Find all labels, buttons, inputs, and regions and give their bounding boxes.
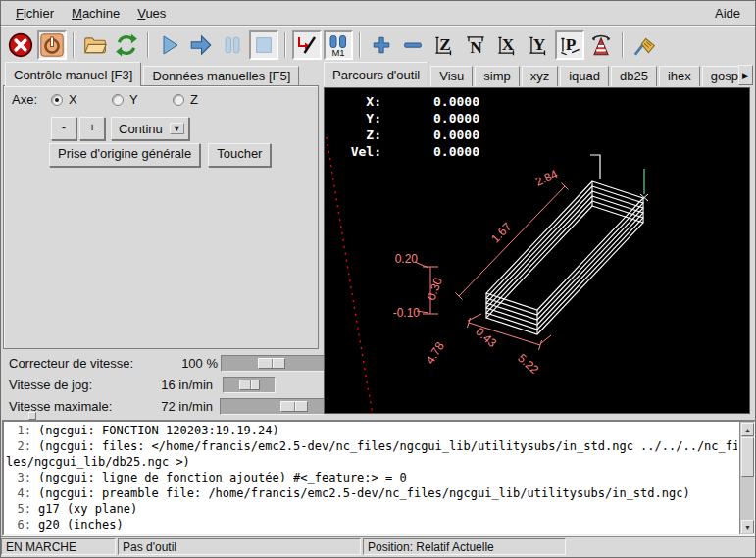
jog-plus-button[interactable]: + [79,117,105,140]
scrollbar-thumb[interactable] [741,437,754,477]
radio-z-indicator[interactable] [173,94,184,106]
gcode-line[interactable]: 7:g40 (cancel cutter radius compensation… [6,533,737,534]
menu-machine[interactable]: Machine [63,3,128,24]
reload-icon [114,32,139,58]
menubar: Fichier Machine Vues Aide [1,1,755,26]
radio-axis-z[interactable]: Z [173,92,220,107]
step-button[interactable] [186,30,216,60]
step-arrow-icon [188,32,214,58]
dim-x-start: 0.43 [473,325,499,350]
gcode-lines: 1:(ngcgui: FONCTION 120203:19.19.24) 2:(… [6,423,737,534]
pane-sash-handle[interactable] [28,412,36,420]
tab-xyz[interactable]: xyz [522,66,559,86]
gcode-scrollbar[interactable]: ▲ ▼ [739,422,754,534]
minus-icon [402,34,424,56]
skip-lines-button[interactable] [292,30,322,60]
tab-controle-manuel[interactable]: Contrôle manuel [F3] [5,62,141,86]
view-y-button[interactable]: Y [524,30,553,60]
feed-override-row: Correcteur de vitesse: 100 % [7,354,321,374]
radio-y-indicator[interactable] [112,94,124,106]
position-mode-status: Position: Relatif Actuelle [363,538,566,555]
view-z2-icon: N [463,32,488,58]
tab-donnees-manuelles[interactable]: Données manuelles [F5] [143,66,299,86]
tab-scroll-right-button[interactable]: ▶ [738,65,753,85]
gcode-line[interactable]: 1:(ngcgui: FONCTION 120203:19.19.24) [6,423,737,438]
dro-z-label: Z: [334,127,381,143]
machine-power-button[interactable] [37,30,67,60]
toolpath-preview-canvas[interactable]: 2.84 1.67 0.20 -0.10 0.30 4.78 0.43 5.22… [324,87,750,414]
view-x-button[interactable]: X [492,30,522,60]
feed-override-label: Correcteur de vitesse: [9,356,133,371]
dim-z-bottom: -0.10 [393,306,421,320]
homing-row: Prise d'origine générale Toucher [49,143,278,167]
feed-override-slider-thumb[interactable] [258,358,285,369]
toolbar: M1 Z N [1,27,755,62]
radio-x-indicator[interactable] [51,94,63,106]
gcode-listing: 1:(ngcgui: FONCTION 120203:19.19.24) 2:(… [2,420,756,536]
tab-ihex[interactable]: ihex [659,66,700,86]
gcode-line[interactable]: 4:(ngcgui: preamble file: /home/francis/… [6,485,737,501]
open-file-button[interactable] [80,30,110,60]
jog-speed-slider[interactable] [223,377,276,393]
scroll-up-icon[interactable]: ▲ [741,423,754,436]
home-all-button[interactable]: Prise d'origine générale [49,143,200,167]
stop-icon [253,34,275,56]
toolbar-separator [622,32,624,58]
radio-axis-y[interactable]: Y [112,92,159,107]
machine-limits-line [327,137,373,414]
open-folder-icon [82,32,108,58]
tab-gosper[interactable]: gosper [702,66,740,86]
reload-button[interactable] [112,30,141,60]
svg-text:P: P [566,35,577,54]
plus-icon [371,34,392,56]
toolbar-separator [73,32,75,58]
tab-parcours-outil[interactable]: Parcours d'outil [324,62,428,86]
menu-fichier[interactable]: Fichier [7,3,63,24]
svg-text:N: N [470,37,482,56]
view-perspective-button[interactable]: P [555,30,584,60]
jog-increment-select[interactable]: Continu ▼ [111,117,189,140]
tab-visu[interactable]: Visu [430,66,473,86]
tab-iquad[interactable]: iquad [560,66,609,86]
dro-z-value: 0.0000 [381,127,479,143]
gcode-line[interactable]: 6:g20 (inches) [6,517,737,533]
run-button[interactable] [155,30,184,60]
power-icon [40,33,64,57]
view-z-button[interactable]: Z [429,30,459,60]
feed-override-slider[interactable] [221,355,325,372]
jog-minus-button[interactable]: - [51,117,76,140]
zoom-in-button[interactable] [367,30,396,60]
rotate-view-button[interactable] [586,30,616,60]
max-velocity-row: Vitesse maximale: 72 in/min [7,397,321,417]
gcode-line[interactable]: 2:(ngcgui: files: </home/francis/emc2.5-… [6,438,737,454]
max-velocity-slider[interactable] [220,398,325,415]
stop-button[interactable] [249,30,278,60]
scroll-down-icon[interactable]: ▼ [741,520,754,533]
svg-text:M1: M1 [331,46,344,57]
estop-button[interactable] [6,30,35,60]
left-notebook-tabs: Contrôle manuel [F3] Données manuelles [… [5,62,301,86]
menu-aide[interactable]: Aide [706,3,749,24]
tab-simp[interactable]: simp [475,66,519,86]
zoom-out-button[interactable] [398,30,428,60]
optional-stop-button[interactable]: M1 [324,30,353,60]
dro-x-value: 0.0000 [381,93,479,110]
gcode-line[interactable]: 5:g17 (xy plane) [6,501,737,517]
menu-vues[interactable]: Vues [128,3,175,24]
pause-button[interactable] [218,30,247,60]
gcode-line[interactable]: 3:(ngcgui: ligne de fonction ajoutée) #<… [6,470,737,485]
max-velocity-label: Vitesse maximale: [9,399,112,414]
touch-off-button[interactable]: Toucher [208,143,271,167]
jog-speed-slider-thumb[interactable] [239,380,260,390]
dim-y-extent: 2.84 [533,167,560,189]
max-velocity-slider-thumb[interactable] [280,401,308,412]
view-z-icon: Z [431,32,457,58]
clear-plot-button[interactable] [630,30,659,60]
radio-axis-x[interactable]: X [51,92,98,107]
statusbar: EN MARCHE Pas d'outil Position: Relatif … [1,536,756,555]
max-velocity-value: 72 in/min [115,399,213,414]
view-z2-button[interactable]: N [461,30,490,60]
tab-db25[interactable]: db25 [611,66,657,86]
pause-icon [222,34,243,56]
gcode-line-wrap[interactable]: les/ngcgui_lib/db25.ngc >) [6,454,737,470]
